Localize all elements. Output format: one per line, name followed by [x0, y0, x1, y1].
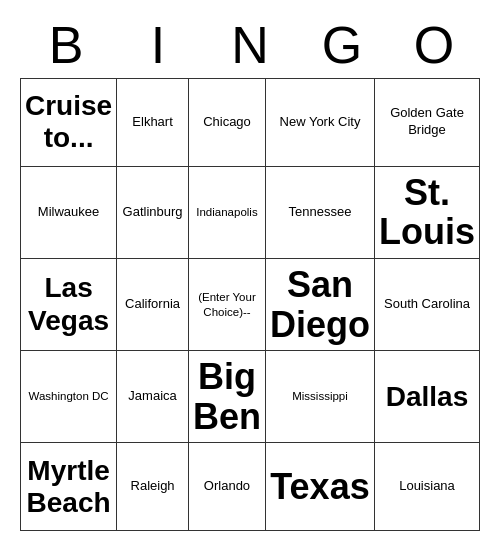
cell-r3-c1: Jamaica — [117, 351, 189, 443]
cell-r3-c3: Mississippi — [266, 351, 375, 443]
cell-r3-c2: Big Ben — [189, 351, 266, 443]
header-o: O — [388, 13, 480, 78]
bingo-header: B I N G O — [20, 13, 480, 78]
cell-r0-c2: Chicago — [189, 79, 266, 167]
cell-r2-c0: Las Vegas — [21, 259, 117, 351]
cell-r1-c3: Tennessee — [266, 167, 375, 259]
cell-r2-c4: South Carolina — [375, 259, 480, 351]
header-i: I — [112, 13, 204, 78]
cell-r3-c0: Washington DC — [21, 351, 117, 443]
cell-r4-c0: Myrtle Beach — [21, 443, 117, 531]
cell-r2-c1: California — [117, 259, 189, 351]
cell-r1-c1: Gatlinburg — [117, 167, 189, 259]
bingo-card: B I N G O Cruise to...ElkhartChicagoNew … — [10, 3, 490, 542]
header-g: G — [296, 13, 388, 78]
cell-r0-c0: Cruise to... — [21, 79, 117, 167]
cell-r1-c4: St. Louis — [375, 167, 480, 259]
cell-r4-c4: Louisiana — [375, 443, 480, 531]
cell-r3-c4: Dallas — [375, 351, 480, 443]
cell-r4-c1: Raleigh — [117, 443, 189, 531]
cell-r4-c3: Texas — [266, 443, 375, 531]
bingo-grid: Cruise to...ElkhartChicagoNew York CityG… — [20, 78, 480, 532]
cell-r2-c3: San Diego — [266, 259, 375, 351]
header-n: N — [204, 13, 296, 78]
header-b: B — [20, 13, 112, 78]
cell-r4-c2: Orlando — [189, 443, 266, 531]
cell-r0-c3: New York City — [266, 79, 375, 167]
cell-r0-c1: Elkhart — [117, 79, 189, 167]
cell-r0-c4: Golden Gate Bridge — [375, 79, 480, 167]
cell-r1-c2: Indianapolis — [189, 167, 266, 259]
cell-r1-c0: Milwaukee — [21, 167, 117, 259]
cell-r2-c2: (Enter Your Choice)-- — [189, 259, 266, 351]
